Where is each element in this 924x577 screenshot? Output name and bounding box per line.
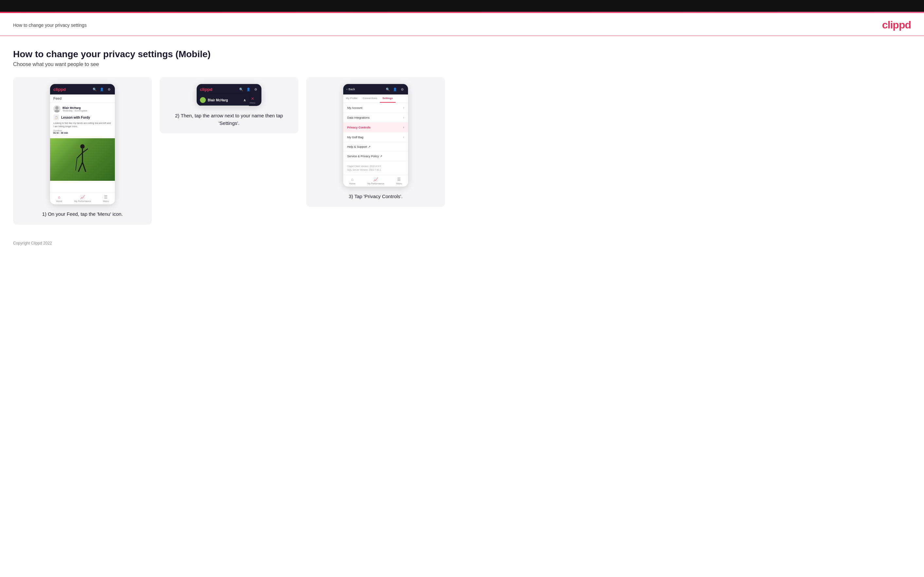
step-2-caption: 2) Then, tap the arrow next to your name… [166,112,292,127]
svg-point-2 [80,144,84,148]
header-title: How to change your privacy settings [13,23,87,28]
user-icon: 👤 [99,87,104,92]
menu-item-my-profile[interactable]: My Profile [197,106,249,106]
nav-home: ⌂ Home [56,195,62,202]
feed-user: Blair McHarg Yesterday · Sunningdale [53,105,111,113]
nav3-performance-label: My Performance [367,182,384,185]
search-icon: 🔍 [92,87,97,92]
settings-list: My Account › Data Integrations › Privacy… [343,103,408,161]
close-icon: ✕ [251,97,254,101]
lesson-desc: Looking to feel like my hands are exitin… [53,122,111,128]
back-button[interactable]: ‹ Back [347,88,355,91]
svg-line-7 [82,162,86,172]
search-icon-2: 🔍 [239,87,244,92]
phone-2-icons: 🔍 👤 ⚙ [239,87,258,92]
settings-icon-3: ⚙ [399,87,405,92]
chevron-right-icon-4: › [403,135,404,139]
phone-3-bottom-nav: ⌂ Home 📈 My Performance ☰ Menu [343,175,408,187]
feed-lesson-row: 📋 Lesson with Fordy [53,114,111,120]
tab-connections[interactable]: Connections [360,95,380,103]
nav3-menu[interactable]: ☰ Menu [396,177,402,185]
page-heading: How to change your privacy settings (Mob… [13,49,445,60]
menu-user-avatar [200,97,206,103]
user-icon-2: 👤 [246,87,251,92]
settings-item-privacy-policy[interactable]: Service & Privacy Policy ↗ [343,152,408,161]
nav3-menu-label: Menu [396,182,402,185]
step-2-phone: clippd 🔍 👤 ⚙ Blair McHarg [196,84,262,106]
phone-2-header: clippd 🔍 👤 ⚙ [197,84,262,95]
client-version: Clippd Client Version: 2022.8.3-3 [347,164,404,168]
svg-line-8 [76,158,77,170]
nav2-close[interactable]: ✕ Menu [250,97,255,104]
svg-point-1 [54,110,60,113]
menu-user-name: Blair McHarg [208,98,228,102]
top-bar [0,0,924,12]
step-3-phone: ‹ Back 🔍 👤 ⚙ My Profile Connections Sett… [343,84,408,187]
user-icon-3: 👤 [392,87,397,92]
menu-icon: ☰ [104,195,108,200]
phone-2-logo: clippd [200,87,212,92]
back-chevron-icon: ‹ [347,88,347,91]
settings-item-data-integrations[interactable]: Data Integrations › [343,113,408,122]
tab-my-profile[interactable]: My Profile [343,95,360,103]
my-account-label: My Account [347,106,362,110]
feed-avatar [53,105,61,113]
nav-menu[interactable]: ☰ Menu [103,195,109,202]
nav-performance-label: My Performance [74,200,91,202]
page-subheading: Choose what you want people to see [13,61,445,67]
privacy-policy-label: Service & Privacy Policy ↗ [347,155,383,158]
phone-1-header: clippd 🔍 👤 ⚙ [50,84,115,95]
phone-1-body: Feed Blair McHarg Yesterday [50,95,115,193]
chevron-right-icon-2: › [403,116,404,119]
steps-container: clippd 🔍 👤 ⚙ Feed [13,77,445,225]
settings-icon: ⚙ [107,87,111,92]
nav-home-label: Home [56,200,62,202]
svg-line-5 [82,148,88,153]
settings-header: ‹ Back 🔍 👤 ⚙ [343,84,408,95]
settings-icon-2: ⚙ [253,87,258,92]
back-label: Back [349,88,355,91]
nav3-performance: 📈 My Performance [367,177,384,185]
settings-item-privacy-controls[interactable]: Privacy Controls › [343,122,408,132]
feed-user-name: Blair McHarg [63,106,87,110]
clippd-logo: clippd [882,19,911,31]
svg-line-4 [77,153,82,158]
search-icon-3: 🔍 [385,87,390,92]
chevron-up-icon: ∧ [244,98,246,102]
chevron-right-icon: › [403,106,404,110]
main-content: How to change your privacy settings (Mob… [0,36,458,231]
step-1-caption: 1) On your Feed, tap the 'Menu' icon. [42,211,123,218]
feed-item: Blair McHarg Yesterday · Sunningdale 📋 L… [50,103,115,138]
home-icon: ⌂ [58,195,60,200]
copyright-text: Copyright Clippd 2022 [13,241,52,245]
lesson-icon: 📋 [53,114,59,120]
settings-item-my-account[interactable]: My Account › [343,103,408,113]
phone-1-bottom-nav: ⌂ Home 📈 My Performance ☰ Menu [50,193,115,204]
performance-icon-3: 📈 [373,177,378,182]
settings-item-my-golf-bag[interactable]: My Golf Bag › [343,132,408,142]
header: How to change your privacy settings clip… [0,13,924,36]
step-3-caption: 3) Tap 'Privacy Controls'. [349,193,403,200]
svg-point-0 [55,106,58,110]
menu-dropdown: Blair McHarg ∧ My Profile Connections Se… [197,95,249,106]
nav-performance: 📈 My Performance [74,195,91,202]
golf-image [50,138,115,181]
settings-tabs: My Profile Connections Settings [343,95,408,103]
tab-settings[interactable]: Settings [380,95,396,103]
home-icon-3: ⌂ [351,177,353,182]
step-2-card: clippd 🔍 👤 ⚙ Blair McHarg [160,77,299,134]
version-info: Clippd Client Version: 2022.8.3-3 GQL Se… [343,161,408,175]
phone-1-icons: 🔍 👤 ⚙ [92,87,111,92]
nav2-menu-label: Menu [250,102,255,104]
data-integrations-label: Data Integrations [347,116,370,119]
help-support-label: Help & Support ↗ [347,145,371,148]
nav3-home-label: Home [349,182,355,185]
step-3-card: ‹ Back 🔍 👤 ⚙ My Profile Connections Sett… [306,77,445,207]
feed-tab: Feed [50,95,115,103]
privacy-controls-label: Privacy Controls [347,126,371,129]
my-golf-bag-label: My Golf Bag [347,136,363,139]
settings-header-icons: 🔍 👤 ⚙ [385,87,405,92]
server-version: GQL Server Version: 2022.7.30-1 [347,168,404,172]
performance-icon: 📈 [80,195,85,200]
settings-item-help[interactable]: Help & Support ↗ [343,142,408,152]
